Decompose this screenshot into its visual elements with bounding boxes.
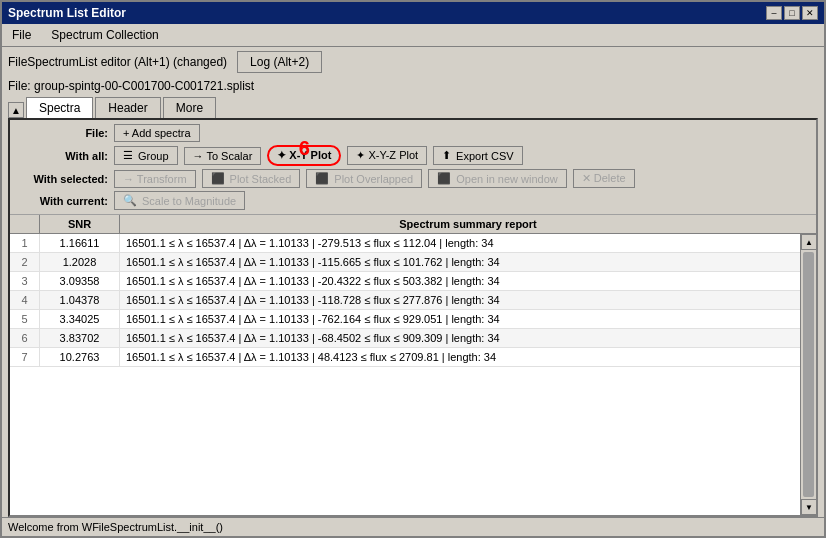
row-snr: 3.34025 xyxy=(40,310,120,328)
transform-button[interactable]: → Transform xyxy=(114,170,196,188)
toolbar-file-row: File: + Add spectra xyxy=(18,124,808,142)
with-current-label: With current: xyxy=(18,195,108,207)
toolbar: File: + Add spectra With all: ☰ Group → … xyxy=(10,120,816,215)
row-number: 5 xyxy=(10,310,40,328)
plot-stacked-button[interactable]: ⬛ Plot Stacked xyxy=(202,169,301,188)
row-number: 2 xyxy=(10,253,40,271)
status-message: Welcome from WFileSpectrumList.__init__(… xyxy=(8,521,223,533)
group-icon: ☰ xyxy=(123,149,133,162)
toolbar-with-all-row: With all: ☰ Group → To Scalar 6 ✦ X-Y Pl… xyxy=(18,145,808,166)
window-icon: ⬛ xyxy=(437,172,451,185)
xy-plot-button[interactable]: ✦ X-Y Plot xyxy=(267,145,341,166)
row-summary: 16501.1 ≤ λ ≤ 16537.4 | Δλ = 1.10133 | -… xyxy=(120,310,800,328)
export-csv-button[interactable]: ⬆ Export CSV xyxy=(433,146,522,165)
row-number: 6 xyxy=(10,329,40,347)
scroll-down-btn[interactable]: ▼ xyxy=(801,499,816,515)
row-snr: 3.83702 xyxy=(40,329,120,347)
main-content-area: File: + Add spectra With all: ☰ Group → … xyxy=(8,118,818,517)
table-row[interactable]: 6 3.83702 16501.1 ≤ λ ≤ 16537.4 | Δλ = 1… xyxy=(10,329,800,348)
plot-overlapped-button[interactable]: ⬛ Plot Overlapped xyxy=(306,169,422,188)
table-header: SNR Spectrum summary report xyxy=(10,215,816,234)
menu-bar: File Spectrum Collection xyxy=(2,24,824,47)
row-summary: 16501.1 ≤ λ ≤ 16537.4 | Δλ = 1.10133 | -… xyxy=(120,253,800,271)
plot-overlapped-icon: ⬛ xyxy=(315,172,329,185)
row-snr: 10.2763 xyxy=(40,348,120,366)
scroll-up-btn[interactable]: ▲ xyxy=(801,234,816,250)
toolbar-with-selected-row: With selected: → Transform ⬛ Plot Stacke… xyxy=(18,169,808,188)
to-scalar-button[interactable]: → To Scalar xyxy=(184,147,262,165)
row-snr: 1.2028 xyxy=(40,253,120,271)
editor-label: FileSpectrumList editor (Alt+1) (changed… xyxy=(8,55,227,69)
table-row[interactable]: 3 3.09358 16501.1 ≤ λ ≤ 16537.4 | Δλ = 1… xyxy=(10,272,800,291)
row-summary: 16501.1 ≤ λ ≤ 16537.4 | Δλ = 1.10133 | -… xyxy=(120,272,800,290)
search-icon: 🔍 xyxy=(123,194,137,207)
title-bar: Spectrum List Editor – □ ✕ xyxy=(2,2,824,24)
log-tab[interactable]: Log (Alt+2) xyxy=(237,51,322,73)
row-summary: 16501.1 ≤ λ ≤ 16537.4 | Δλ = 1.10133 | -… xyxy=(120,234,800,252)
table-row[interactable]: 2 1.2028 16501.1 ≤ λ ≤ 16537.4 | Δλ = 1.… xyxy=(10,253,800,272)
col-header-snr: SNR xyxy=(40,215,120,233)
table-row[interactable]: 7 10.2763 16501.1 ≤ λ ≤ 16537.4 | Δλ = 1… xyxy=(10,348,800,367)
row-number: 4 xyxy=(10,291,40,309)
status-bar: Welcome from WFileSpectrumList.__init__(… xyxy=(2,517,824,536)
toolbar-with-current-row: With current: 🔍 Scale to Magnitude xyxy=(18,191,808,210)
scrollbar-thumb[interactable] xyxy=(803,252,814,497)
table-area: SNR Spectrum summary report 1 1.16611 16… xyxy=(10,215,816,515)
with-all-label: With all: xyxy=(18,150,108,162)
row-number: 7 xyxy=(10,348,40,366)
tab-header[interactable]: Header xyxy=(95,97,160,118)
row-number: 1 xyxy=(10,234,40,252)
tab-more[interactable]: More xyxy=(163,97,216,118)
scale-button[interactable]: 🔍 Scale to Magnitude xyxy=(114,191,245,210)
delete-button[interactable]: ✕ Delete xyxy=(573,169,635,188)
maximize-button[interactable]: □ xyxy=(784,6,800,20)
table-row[interactable]: 1 1.16611 16501.1 ≤ λ ≤ 16537.4 | Δλ = 1… xyxy=(10,234,800,253)
window-title: Spectrum List Editor xyxy=(8,6,126,20)
row-number: 3 xyxy=(10,272,40,290)
window-controls: – □ ✕ xyxy=(766,6,818,20)
table-body: 1 1.16611 16501.1 ≤ λ ≤ 16537.4 | Δλ = 1… xyxy=(10,234,800,515)
menu-spectrum-collection[interactable]: Spectrum Collection xyxy=(45,26,164,44)
xyz-plot-button[interactable]: ✦ X-Y-Z Plot xyxy=(347,146,427,165)
table-row[interactable]: 5 3.34025 16501.1 ≤ λ ≤ 16537.4 | Δλ = 1… xyxy=(10,310,800,329)
col-header-num xyxy=(10,215,40,233)
row-summary: 16501.1 ≤ λ ≤ 16537.4 | Δλ = 1.10133 | -… xyxy=(120,329,800,347)
add-spectra-button[interactable]: + Add spectra xyxy=(114,124,200,142)
col-header-summary: Spectrum summary report xyxy=(120,215,816,233)
scroll-up-button[interactable]: ▲ xyxy=(8,102,24,118)
vertical-scrollbar[interactable]: ▲ ▼ xyxy=(800,234,816,515)
row-snr: 3.09358 xyxy=(40,272,120,290)
main-window: Spectrum List Editor – □ ✕ File Spectrum… xyxy=(0,0,826,538)
row-summary: 16501.1 ≤ λ ≤ 16537.4 | Δλ = 1.10133 | 4… xyxy=(120,348,800,366)
plot-stacked-icon: ⬛ xyxy=(211,172,225,185)
file-path-line: File: group-spintg-00-C001700-C001721.sp… xyxy=(2,77,824,97)
table-with-scrollbar: 1 1.16611 16501.1 ≤ λ ≤ 16537.4 | Δλ = 1… xyxy=(10,234,816,515)
file-label: File: xyxy=(18,127,108,139)
group-button[interactable]: ☰ Group xyxy=(114,146,178,165)
menu-file[interactable]: File xyxy=(6,26,37,44)
row-summary: 16501.1 ≤ λ ≤ 16537.4 | Δλ = 1.10133 | -… xyxy=(120,291,800,309)
file-path: File: group-spintg-00-C001700-C001721.sp… xyxy=(8,79,254,93)
tab-spectra[interactable]: Spectra xyxy=(26,97,93,118)
row-snr: 1.16611 xyxy=(40,234,120,252)
row-snr: 1.04378 xyxy=(40,291,120,309)
open-new-window-button[interactable]: ⬛ Open in new window xyxy=(428,169,567,188)
export-icon: ⬆ xyxy=(442,149,451,162)
xy-plot-button-wrap: 6 ✦ X-Y Plot xyxy=(267,145,341,166)
minimize-button[interactable]: – xyxy=(766,6,782,20)
with-selected-label: With selected: xyxy=(18,173,108,185)
table-row[interactable]: 4 1.04378 16501.1 ≤ λ ≤ 16537.4 | Δλ = 1… xyxy=(10,291,800,310)
close-button[interactable]: ✕ xyxy=(802,6,818,20)
